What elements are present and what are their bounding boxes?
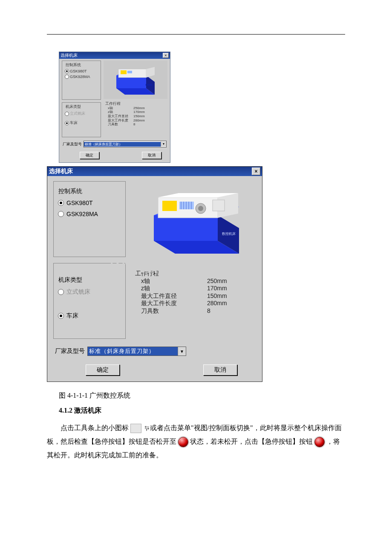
radio-dot-icon [58,289,64,295]
machine-preview-small [104,61,167,99]
para-text: 状态，若未松开，点击【急停按钮】按钮 [190,438,313,445]
spec-label: 刀具数 [135,307,207,315]
radio-gsk980t-small[interactable]: GSK980T [65,69,99,73]
radio-gsk928ma-small[interactable]: GSK928MA [65,75,99,79]
figure-caption: 图 4-1-1-1 广州数控系统 [59,391,345,400]
chevron-down-icon: ▼ [178,347,186,356]
svg-marker-10 [154,215,218,241]
svg-marker-5 [146,67,155,78]
top-rule [47,34,345,35]
radio-label: 车床 [66,312,78,320]
radio-label: 立式铣床 [66,288,90,296]
close-icon[interactable]: × [163,53,169,58]
spec-value: 280mm [207,300,227,307]
radio-gsk980t[interactable]: GSK980T [58,199,122,206]
machine-type-group-small: 机床类型 立式铣床 车床 [62,102,101,137]
close-icon[interactable]: × [252,168,260,175]
spec-value: 8 [207,307,210,315]
svg-point-24 [198,206,203,211]
machine-type-legend-small: 机床类型 [65,104,82,110]
ok-button-small[interactable]: 确定 [80,152,99,159]
specs-small: 工作行程 x轴250mm z轴170mm 最大工件直径150mm 最大工件长度2… [104,101,167,127]
chevron-down-icon: ▾ [161,142,166,147]
cancel-button-small[interactable]: 取消 [142,152,161,159]
radio-lathe-small[interactable]: 车床 [65,120,99,126]
radio-vertical-mill-small: 立式铣床 [65,111,99,116]
radio-dot-icon [58,200,64,206]
model-label: 厂家及型号 [55,347,85,355]
svg-rect-7 [127,71,132,73]
svg-rect-17 [179,202,194,209]
specs-header: 工作行程 [135,270,256,278]
spec-value: 170mm [207,285,227,292]
titlebar: 选择机床 × [47,167,262,176]
radio-gsk928ma[interactable]: GSK928MA [58,211,122,217]
titlebar-small: 选择机床 × [59,52,170,59]
machine-type-group: 机床类型 立式铣床 车床 [53,263,126,339]
radio-dot-icon [65,112,69,116]
svg-rect-6 [121,70,127,74]
spec-label: x轴 [135,278,207,285]
spec-label: z轴 [135,285,207,292]
svg-rect-16 [162,201,177,211]
control-system-group-small: 控制系统 GSK980T GSK928MA [62,61,101,100]
machine-type-legend: 机床类型 [57,276,84,284]
spec-value: 250mm [207,278,227,285]
control-system-legend: 控制系统 [57,188,84,195]
radio-lathe[interactable]: 车床 [58,312,122,320]
radio-dot-icon [65,69,69,73]
spec-label: 最大工件直径 [135,292,207,300]
machine-preview: 数控机床 [133,181,256,266]
radio-dot-icon [58,313,64,319]
dialog-title: 选择机床 [49,168,73,175]
panel-toggle-icon[interactable] [130,424,141,433]
cancel-button[interactable]: 取消 [203,364,237,376]
spec-value: 150mm [207,292,227,300]
para-text: 点击工具条上的小图标 [61,424,129,431]
dialog-title-small: 选择机床 [61,52,78,58]
estop-pressed-icon[interactable] [314,437,325,447]
radio-label: GSK928MA [66,211,98,217]
radio-vertical-mill: 立式铣床 [58,288,122,296]
paragraph: 点击工具条上的小图标 ，或者点击菜单"视图/控制面板切换"，此时将显示整个机床操… [47,421,345,462]
radio-dot-icon [65,75,69,79]
select-machine-dialog-small: 选择机床 × 控制系统 GSK980T GSK928MA [59,52,170,163]
radio-dot-icon [65,121,69,125]
estop-released-icon [178,437,188,447]
select-machine-dialog: 选择机床 × 控制系统 GSK980T GSK928MA [47,166,262,382]
radio-label: GSK980T [66,199,92,206]
model-combobox[interactable]: 标准（斜床身后置刀架） ▼ [87,347,186,356]
control-system-group: 控制系统 GSK980T GSK928MA [53,181,126,257]
combobox-selected: 标准（斜床身后置刀架） [88,347,178,356]
specs: 工作行程 x轴250mm z轴170mm 最大工件直径150mm 最大工件长度2… [133,270,256,315]
machine-badge: 数控机床 [222,232,236,236]
spec-label: 最大工件长度 [135,300,207,307]
section-heading: 4.1.2 激活机床 [59,406,345,415]
svg-rect-8 [146,84,152,86]
model-combobox-small[interactable]: 标准（斜床身后置刀架） ▾ [84,141,167,147]
control-system-legend-small: 控制系统 [65,62,82,68]
ok-button[interactable]: 确定 [86,364,120,376]
radio-dot-icon [58,211,64,217]
svg-rect-25 [213,200,225,211]
model-label-small: 厂家及型号 [63,142,82,147]
